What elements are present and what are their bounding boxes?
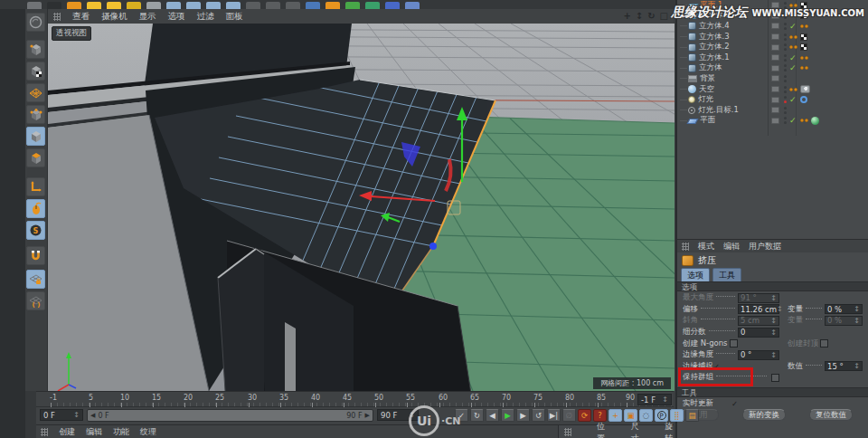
layer-chip-icon[interactable] <box>771 118 779 124</box>
axis-mode-icon[interactable] <box>26 177 45 196</box>
workplane-icon[interactable]: ( ) <box>26 291 45 310</box>
edge-mode-icon[interactable] <box>26 127 45 146</box>
target-tag-icon[interactable] <box>800 96 807 103</box>
object-row[interactable]: 立方体.1 <box>677 52 868 63</box>
value-field[interactable]: 15 ° <box>825 361 863 371</box>
top-toolbar-icon-stub[interactable] <box>27 2 42 9</box>
transport-button[interactable]: ↺ <box>532 409 545 422</box>
panel-handle-icon[interactable] <box>682 243 689 251</box>
top-toolbar-icon-stub[interactable] <box>87 2 101 9</box>
object-name[interactable]: 背景 <box>700 73 715 84</box>
panel-handle-icon[interactable] <box>53 13 61 21</box>
checkbox-checked-icon[interactable] <box>731 399 741 408</box>
value-field[interactable]: 91 ° <box>738 293 779 303</box>
material-menu-item[interactable]: 功能 <box>113 426 129 438</box>
viewport-menu-item[interactable]: 过滤 <box>197 11 214 23</box>
top-toolbar-icon-stub[interactable] <box>266 2 280 9</box>
object-name[interactable]: 灯光 <box>698 94 713 105</box>
tool-section-header[interactable]: 工具 <box>677 387 868 397</box>
workplane-lock-icon[interactable] <box>26 270 45 289</box>
viewport-view-label[interactable]: 透视视图 <box>52 26 91 41</box>
enabled-check-icon[interactable] <box>789 53 797 62</box>
object-row[interactable]: 平面 <box>677 116 868 127</box>
top-toolbar-icon-stub[interactable] <box>107 2 121 9</box>
phong-dots-tag-icon[interactable] <box>789 35 797 39</box>
model-mode-icon[interactable] <box>26 62 45 81</box>
layer-chip-icon[interactable] <box>771 33 779 40</box>
phong-dots-tag-icon[interactable] <box>800 24 808 28</box>
visibility-dots-icon[interactable] <box>784 107 787 114</box>
transport-button[interactable]: + <box>609 409 622 422</box>
object-row[interactable]: 天空 <box>677 84 868 95</box>
top-toolbar-icon-stub[interactable] <box>67 2 81 9</box>
object-row[interactable]: 立方体.2 <box>677 42 868 52</box>
make-editable-icon[interactable] <box>26 40 45 59</box>
layer-chip-icon[interactable] <box>771 54 779 61</box>
top-toolbar-icon-stub[interactable] <box>127 2 141 9</box>
viewport-nav-icon[interactable]: ↻ <box>647 9 655 24</box>
enabled-check-icon[interactable] <box>789 95 797 104</box>
phong-dots-tag-icon[interactable] <box>789 88 797 91</box>
top-toolbar-icon-stub[interactable] <box>405 2 420 9</box>
layer-chip-icon[interactable] <box>771 97 779 103</box>
layer-chip-icon[interactable] <box>771 107 779 113</box>
texture-mode-icon[interactable] <box>26 83 45 102</box>
viewport-menu-item[interactable]: 选项 <box>168 11 185 23</box>
object-name[interactable]: 立方体.3 <box>699 32 730 43</box>
visibility-dots-icon[interactable] <box>784 54 787 62</box>
frame-range-slider[interactable]: 0 F 90 F <box>87 409 373 422</box>
value-field[interactable]: 0 ° <box>738 350 779 360</box>
visibility-dots-icon[interactable] <box>784 117 787 124</box>
transport-button[interactable]: ∅ <box>562 409 576 422</box>
value-field[interactable]: 0 % <box>825 316 863 326</box>
visibility-dots-icon[interactable] <box>784 33 787 41</box>
top-toolbar-icon-stub[interactable] <box>146 2 161 9</box>
top-toolbar-icon-stub[interactable] <box>206 2 221 9</box>
viewport-nav-icon[interactable]: + <box>623 9 630 24</box>
checkbox[interactable] <box>771 374 779 382</box>
top-toolbar-icon-stub[interactable] <box>186 2 201 9</box>
object-name[interactable]: 灯光.目标.1 <box>698 105 739 116</box>
attr-menu-item[interactable]: 模式 <box>698 241 714 252</box>
top-toolbar-icon-stub[interactable] <box>345 2 360 9</box>
object-row[interactable]: 灯光 <box>677 94 868 105</box>
object-row[interactable]: 背景 <box>677 73 868 84</box>
value-field[interactable]: 0 % <box>825 304 863 314</box>
phong-dots-tag-icon[interactable] <box>800 66 808 70</box>
top-toolbar-icon-stub[interactable] <box>166 2 181 9</box>
layer-chip-icon[interactable] <box>771 86 779 92</box>
texture-checker-tag-icon[interactable] <box>800 33 807 41</box>
top-toolbar-icon-stub[interactable] <box>306 2 320 9</box>
transport-button[interactable]: ⟳ <box>578 409 591 422</box>
ruler-end-frame-field[interactable]: -1 F <box>637 394 672 405</box>
top-toolbar-icon-stub[interactable] <box>47 2 61 9</box>
phong-dots-tag-icon[interactable] <box>800 56 808 60</box>
object-name[interactable]: 立方体.2 <box>699 42 730 52</box>
object-name[interactable]: 平面 <box>700 115 715 126</box>
object-row[interactable]: 灯光.目标.1 <box>677 105 868 116</box>
transport-button[interactable]: ◀ <box>486 409 499 422</box>
visibility-dots-icon[interactable] <box>784 64 787 71</box>
material-menu-item[interactable]: 编辑 <box>86 426 102 438</box>
top-toolbar-icon-stub[interactable] <box>385 2 400 9</box>
layer-chip-icon[interactable] <box>771 75 779 81</box>
panel-handle-icon[interactable] <box>41 428 48 436</box>
material-menu-item[interactable]: 纹理 <box>140 426 156 438</box>
material-sphere-tag-icon[interactable] <box>811 117 819 125</box>
point-mode-icon[interactable] <box>26 105 45 124</box>
viewport-menu-item[interactable]: 显示 <box>139 11 156 23</box>
enabled-check-icon[interactable] <box>789 116 797 125</box>
layer-chip-icon[interactable] <box>771 23 779 29</box>
tool-button[interactable]: 复位数值 <box>809 409 853 421</box>
visibility-dots-icon[interactable] <box>784 23 787 30</box>
visibility-dots-icon[interactable] <box>784 96 787 103</box>
attr-menu-item[interactable]: 用户数据 <box>749 241 781 252</box>
top-toolbar-icon-stub[interactable] <box>226 2 241 9</box>
layer-chip-icon[interactable] <box>771 65 779 71</box>
snap-s-icon[interactable]: S <box>26 221 45 240</box>
object-row[interactable]: 立方体.4 <box>677 21 868 32</box>
object-name[interactable]: 立方体.1 <box>699 52 730 63</box>
object-row[interactable]: 立方体.3 <box>677 32 868 43</box>
magnet-icon[interactable] <box>26 246 45 265</box>
attr-menu-item[interactable]: 编辑 <box>723 241 740 252</box>
